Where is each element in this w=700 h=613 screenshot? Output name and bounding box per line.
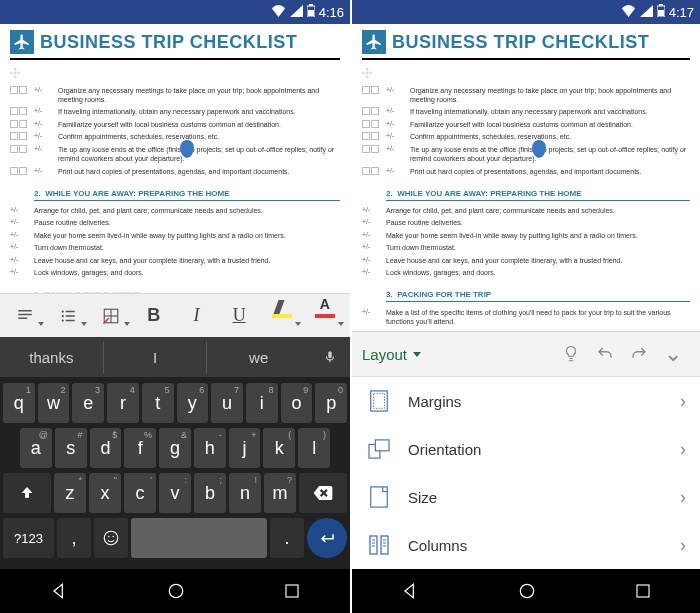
list-item[interactable]: +/-Organize any necessary meetings to ta… (362, 84, 690, 106)
suggestion[interactable]: I (103, 341, 207, 374)
close-panel-icon[interactable]: ⌄ (656, 341, 690, 367)
list-item[interactable]: +/-Arrange for child, pet, and plant car… (10, 205, 340, 217)
font-color-button[interactable] (312, 303, 338, 329)
svg-rect-7 (66, 310, 75, 312)
suggestion[interactable]: we (206, 341, 310, 374)
chevron-right-icon: › (680, 391, 686, 412)
document-area[interactable]: BUSINESS TRIP CHECKLIST +/-Organize any … (352, 24, 700, 331)
key-w[interactable]: w2 (38, 383, 70, 423)
home-button[interactable] (517, 581, 537, 601)
key-p[interactable]: p0 (315, 383, 347, 423)
symbols-key[interactable]: ?123 (3, 518, 54, 558)
layout-dropdown[interactable]: Layout (362, 346, 554, 363)
list-item[interactable]: +/-Leave house and car keys, and your co… (10, 254, 340, 266)
undo-button[interactable] (588, 345, 622, 363)
list-item[interactable]: +/-Tie up any loose ends at the office (… (10, 143, 340, 165)
key-s[interactable]: s# (55, 428, 87, 468)
highlight-button[interactable] (269, 303, 295, 329)
list-item[interactable]: +/-Turn down thermostat. (362, 242, 690, 254)
move-handle-icon[interactable] (362, 68, 372, 78)
list-item[interactable]: +/-Make your home seem lived-in while aw… (10, 229, 340, 241)
key-h[interactable]: h- (194, 428, 226, 468)
menu-columns[interactable]: Columns › (352, 521, 700, 569)
key-v[interactable]: v: (159, 473, 191, 513)
key-z[interactable]: z* (54, 473, 86, 513)
list-item[interactable]: +/-If traveling internationally, obtain … (362, 106, 690, 118)
move-handle-icon[interactable] (10, 68, 20, 78)
key-x[interactable]: x" (89, 473, 121, 513)
list-item[interactable]: +/-Familiarize yourself with local busin… (362, 118, 690, 130)
list-item[interactable]: +/-Confirm appointments, schedules, rese… (10, 131, 340, 143)
document-area[interactable]: BUSINESS TRIP CHECKLIST +/-Organize any … (0, 24, 350, 293)
key-m[interactable]: m? (264, 473, 296, 513)
list-item[interactable]: +/-Confirm appointments, schedules, rese… (362, 131, 690, 143)
list-item[interactable]: +/-Leave house and car keys, and your co… (362, 254, 690, 266)
menu-size[interactable]: Size › (352, 473, 700, 521)
list-style-button[interactable] (55, 303, 81, 329)
key-a[interactable]: a@ (20, 428, 52, 468)
status-time: 4:16 (319, 5, 344, 20)
list-item[interactable]: +/-Tie up any loose ends at the office (… (362, 143, 690, 165)
key-g[interactable]: g& (159, 428, 191, 468)
status-time: 4:17 (669, 5, 694, 20)
italic-button[interactable]: I (183, 303, 209, 329)
key-r[interactable]: r4 (107, 383, 139, 423)
key-e[interactable]: e3 (72, 383, 104, 423)
key-u[interactable]: u7 (211, 383, 243, 423)
key-j[interactable]: j+ (229, 428, 261, 468)
home-button[interactable] (166, 581, 186, 601)
list-item[interactable]: +/-Organize any necessary meetings to ta… (10, 84, 340, 106)
back-button[interactable] (49, 581, 69, 601)
key-i[interactable]: i8 (246, 383, 278, 423)
key-t[interactable]: t5 (142, 383, 174, 423)
list-item[interactable]: +/-Make a list of the specific items of … (362, 306, 690, 328)
list-item[interactable]: +/-Pause routine deliveries. (362, 217, 690, 229)
comma-key[interactable]: , (57, 518, 91, 558)
list-item[interactable]: +/-Print out hard copies of presentation… (362, 165, 690, 177)
menu-margins[interactable]: Margins › (352, 377, 700, 425)
lightbulb-icon[interactable] (554, 345, 588, 363)
space-key[interactable] (131, 518, 267, 558)
key-c[interactable]: c' (124, 473, 156, 513)
keyboard-suggestions: thanks I we (0, 337, 350, 377)
wifi-icon (271, 5, 286, 20)
paragraph-style-button[interactable] (12, 303, 38, 329)
redo-button[interactable] (622, 345, 656, 363)
underline-button[interactable]: U (226, 303, 252, 329)
table-button[interactable] (98, 303, 124, 329)
key-o[interactable]: o9 (281, 383, 313, 423)
android-nav-bar (352, 569, 700, 613)
key-q[interactable]: q1 (3, 383, 35, 423)
list-item[interactable]: +/-Pause routine deliveries. (10, 217, 340, 229)
columns-icon (366, 534, 392, 556)
enter-key[interactable] (307, 518, 347, 558)
key-n[interactable]: n! (229, 473, 261, 513)
list-item[interactable]: +/-Lock windows, garages, and doors. (362, 267, 690, 279)
key-b[interactable]: b; (194, 473, 226, 513)
key-k[interactable]: k( (263, 428, 295, 468)
period-key[interactable]: . (270, 518, 304, 558)
list-item[interactable]: +/-If traveling internationally, obtain … (10, 106, 340, 118)
list-item[interactable]: +/-Try to pack everything you need in a … (362, 328, 690, 331)
mic-icon[interactable] (310, 347, 350, 367)
key-l[interactable]: l) (298, 428, 330, 468)
back-button[interactable] (400, 581, 420, 601)
list-item[interactable]: +/-Make your home seem lived-in while aw… (362, 229, 690, 241)
key-d[interactable]: d$ (90, 428, 122, 468)
recents-button[interactable] (283, 582, 301, 600)
recents-button[interactable] (634, 582, 652, 600)
bold-button[interactable]: B (141, 303, 167, 329)
backspace-key[interactable] (299, 473, 347, 513)
suggestion[interactable]: thanks (0, 341, 103, 374)
status-bar: 4:17 (352, 0, 700, 24)
emoji-key[interactable] (94, 518, 128, 558)
key-f[interactable]: f% (124, 428, 156, 468)
menu-orientation[interactable]: Orientation › (352, 425, 700, 473)
list-item[interactable]: +/-Familiarize yourself with local busin… (10, 118, 340, 130)
list-item[interactable]: +/-Arrange for child, pet, and plant car… (362, 205, 690, 217)
list-item[interactable]: +/-Lock windows, garages, and doors. (10, 267, 340, 279)
key-y[interactable]: y6 (177, 383, 209, 423)
list-item[interactable]: +/-Turn down thermostat. (10, 242, 340, 254)
shift-key[interactable] (3, 473, 51, 513)
list-item[interactable]: +/-Print out hard copies of presentation… (10, 165, 340, 177)
